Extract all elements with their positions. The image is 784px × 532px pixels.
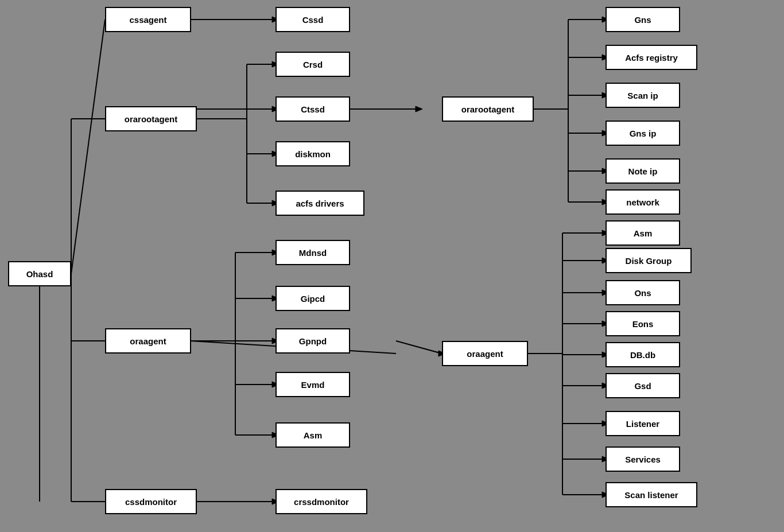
evmd-node: Evmd (275, 372, 350, 397)
services-node: Services (606, 446, 680, 472)
note-ip-node: Note ip (606, 158, 680, 184)
ctssd-node: Ctssd (275, 96, 350, 122)
scan-listener-node: Scan listener (606, 482, 697, 507)
asm-right-node: Asm (606, 220, 680, 246)
scan-ip-node: Scan ip (606, 83, 680, 108)
asm-left-node: Asm (275, 422, 350, 448)
diagram: Ohasd cssagent orarootagent oraagent css… (0, 0, 784, 532)
gns-ip-node: Gns ip (606, 121, 680, 146)
listener-node: Listener (606, 411, 680, 436)
eons-node: Eons (606, 311, 680, 336)
orarootagent-right-node: orarootagent (442, 96, 534, 122)
crssdmonitor-node: crssdmonitor (275, 489, 367, 514)
oraagent-left-node: oraagent (105, 328, 191, 354)
gpnpd-node: Gpnpd (275, 328, 350, 354)
svg-line-37 (396, 341, 442, 354)
svg-marker-35 (416, 106, 422, 112)
gipcd-node: Gipcd (275, 286, 350, 311)
crsd-node: Crsd (275, 52, 350, 77)
acfs-registry-node: Acfs registry (606, 45, 697, 70)
oraagent-right-node: oraagent (442, 341, 528, 366)
diskmon-node: diskmon (275, 141, 350, 166)
gns-node: Gns (606, 7, 680, 32)
orarootagent-left-node: orarootagent (105, 106, 197, 131)
svg-line-0 (71, 20, 105, 274)
gsd-node: Gsd (606, 373, 680, 398)
cssd-node: Cssd (275, 7, 350, 32)
cssdmonitor-node: cssdmonitor (105, 489, 197, 514)
network-node: network (606, 189, 680, 215)
ohasd-node: Ohasd (8, 261, 71, 286)
mdnsd-node: Mdnsd (275, 240, 350, 265)
cssagent-node: cssagent (105, 7, 191, 32)
db-db-node: DB.db (606, 342, 680, 367)
acfs-drivers-node: acfs drivers (275, 191, 364, 216)
ons-node: Ons (606, 280, 680, 305)
disk-group-node: Disk Group (606, 248, 692, 273)
